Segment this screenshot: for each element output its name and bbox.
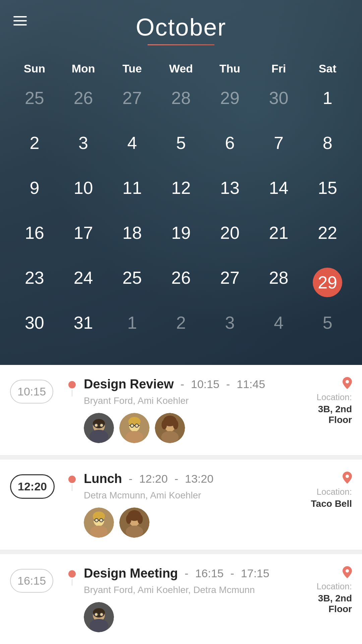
svg-point-43 <box>100 613 103 616</box>
calendar-day[interactable]: 6 <box>205 127 254 168</box>
calendar-week-4: 23242526272829 <box>10 262 352 303</box>
calendar-day[interactable]: 2 <box>157 307 205 348</box>
calendar-day[interactable]: 14 <box>254 172 303 213</box>
event-separator2: - <box>230 567 234 580</box>
location-icon <box>295 472 352 487</box>
calendar-day[interactable]: 8 <box>303 127 352 168</box>
calendar-day[interactable]: 22 <box>303 217 352 258</box>
svg-point-38 <box>126 526 143 538</box>
calendar-day[interactable]: 19 <box>157 217 205 258</box>
calendar-week-2: 9101112131415 <box>10 172 352 213</box>
event-location-col: Location: 3B, 2nd Floor <box>292 566 352 614</box>
calendar-day[interactable]: 26 <box>157 262 205 303</box>
event-end-time: 17:15 <box>241 567 269 580</box>
today-circle: 29 <box>313 268 342 297</box>
event-end-time: 11:45 <box>237 378 265 391</box>
event-people: Detra Mcmunn, Ami Koehler <box>84 490 292 501</box>
event-avatars <box>84 507 292 538</box>
event-avatars <box>84 413 292 443</box>
calendar-day[interactable]: 4 <box>108 127 157 168</box>
location-value: 3B, 2nd Floor <box>295 404 352 425</box>
svg-point-23 <box>161 431 179 443</box>
event-separator2: - <box>174 472 178 485</box>
calendar-day[interactable]: 1 <box>108 307 157 348</box>
calendar-day[interactable]: 26 <box>59 82 108 123</box>
avatar <box>84 602 114 632</box>
day-header-sat: Sat <box>303 62 352 75</box>
calendar-day[interactable]: 24 <box>59 262 108 303</box>
calendar-day[interactable]: 16 <box>10 217 59 258</box>
calendar-day[interactable]: 25 <box>10 82 59 123</box>
event-separator2: - <box>226 378 230 391</box>
event-separator: - <box>180 378 184 391</box>
event-time-badge: 16:15 <box>10 569 53 593</box>
calendar-day[interactable]: 21 <box>254 217 303 258</box>
svg-point-28 <box>100 519 103 522</box>
event-start-time: 16:15 <box>195 567 224 580</box>
calendar-day[interactable]: 15 <box>303 172 352 213</box>
calendar-day[interactable]: 9 <box>10 172 59 213</box>
calendar-day[interactable]: 5 <box>157 127 205 168</box>
calendar-week-0: 2526272829301 <box>10 82 352 123</box>
day-header-thu: Thu <box>205 62 254 75</box>
svg-line-45 <box>93 614 95 614</box>
event-dot <box>68 381 76 388</box>
avatar <box>84 507 114 538</box>
calendar-day[interactable]: 20 <box>205 217 254 258</box>
event-start-time: 12:20 <box>139 472 168 485</box>
event-dot-col <box>64 381 80 396</box>
svg-point-36 <box>126 515 131 524</box>
calendar-day[interactable]: 17 <box>59 217 108 258</box>
event-avatars <box>84 602 292 632</box>
calendar-day[interactable]: 30 <box>10 307 59 348</box>
calendar-day[interactable]: 29 <box>205 82 254 123</box>
calendar-day[interactable]: 4 <box>254 307 303 348</box>
calendar-day[interactable]: 10 <box>59 172 108 213</box>
svg-line-46 <box>103 614 105 614</box>
calendar-day[interactable]: 30 <box>254 82 303 123</box>
day-headers: Sun Mon Tue Wed Thu Fri Sat <box>10 62 352 75</box>
event-time-badge: 12:20 <box>10 474 55 499</box>
calendar-day[interactable]: 28 <box>157 82 205 123</box>
day-header-wed: Wed <box>157 62 205 75</box>
svg-point-11 <box>128 417 140 426</box>
event-title-row: Design Review - 10:15 - 11:45 <box>84 377 292 391</box>
event-separator: - <box>185 567 188 580</box>
calendar-day[interactable]: 3 <box>59 127 108 168</box>
calendar-day[interactable]: 27 <box>108 82 157 123</box>
calendar-day[interactable]: 3 <box>205 307 254 348</box>
svg-point-27 <box>95 519 98 522</box>
calendar-day[interactable]: 5 <box>303 307 352 348</box>
calendar-day[interactable]: 23 <box>10 262 59 303</box>
calendar-day[interactable]: 12 <box>157 172 205 213</box>
day-header-fri: Fri <box>254 62 303 75</box>
location-label: Location: <box>295 487 352 497</box>
event-title-row: Lunch - 12:20 - 13:20 <box>84 472 292 486</box>
calendar-day[interactable]: 1 <box>303 82 352 123</box>
calendar-day[interactable]: 27 <box>205 262 254 303</box>
event-time-badge: 10:15 <box>10 380 53 404</box>
calendar-day[interactable]: 7 <box>254 127 303 168</box>
svg-point-8 <box>89 430 108 443</box>
event-item[interactable]: 10:15 Design Review - 10:15 - 11:45 Brya… <box>0 365 362 455</box>
event-time-col: 10:15 <box>10 380 64 404</box>
calendar-section: October Sun Mon Tue Wed Thu Fri Sat 2526… <box>0 0 362 365</box>
calendar-day[interactable]: 2 <box>10 127 59 168</box>
calendar-day[interactable]: 28 <box>254 262 303 303</box>
event-dot <box>68 570 76 578</box>
event-item[interactable]: 16:15 Design Meeting - 16:15 - 17:15 Bry… <box>0 554 362 644</box>
calendar-day[interactable]: 13 <box>205 172 254 213</box>
calendar-day[interactable]: 29 <box>303 262 352 303</box>
calendar-day[interactable]: 31 <box>59 307 108 348</box>
events-section: 10:15 Design Review - 10:15 - 11:45 Brya… <box>0 365 362 644</box>
event-title: Design Meeting <box>84 566 178 581</box>
svg-point-22 <box>173 420 178 429</box>
calendar-day[interactable]: 11 <box>108 172 157 213</box>
event-item[interactable]: 12:20 Lunch - 12:20 - 13:20 Detra Mcmunn… <box>0 460 362 550</box>
event-time-col: 16:15 <box>10 569 64 593</box>
menu-button[interactable] <box>13 13 27 28</box>
calendar-day[interactable]: 25 <box>108 262 157 303</box>
avatar <box>119 507 149 538</box>
calendar-day[interactable]: 18 <box>108 217 157 258</box>
svg-line-7 <box>103 425 105 425</box>
